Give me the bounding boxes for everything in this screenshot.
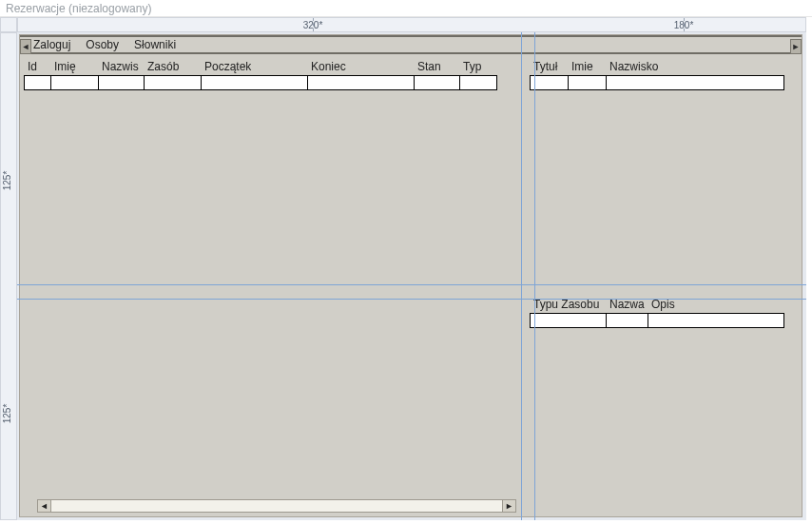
main-panel-hscrollbar[interactable]: ◄ ►	[37, 499, 516, 513]
scroll-track[interactable]	[51, 500, 502, 512]
col-imie2[interactable]: Imie	[568, 60, 606, 73]
right-bottom-table-row[interactable]	[530, 313, 784, 328]
col-stan[interactable]: Stan	[414, 60, 459, 73]
ruler-h-tick-1: 180*	[674, 18, 694, 32]
menu-item-osoby[interactable]: Osoby	[86, 38, 119, 51]
ruler-v-tick-0: 125*	[2, 171, 12, 191]
col-poczatek[interactable]: Początek	[201, 60, 307, 73]
col-nazwisko[interactable]: Nazwisko	[606, 60, 781, 73]
ruler-h-tick-0: 320*	[303, 18, 323, 32]
col-id[interactable]: Id	[24, 60, 50, 73]
main-panel: Id Imię Nazwis Zasób Początek Koniec Sta…	[24, 58, 518, 514]
ruler-corner	[0, 17, 17, 32]
scroll-left-icon[interactable]: ◄	[38, 500, 51, 512]
menubar: ◄ Zaloguj Osoby Słowniki ►	[20, 35, 802, 54]
form-window: ◄ Zaloguj Osoby Słowniki ► Id Imię Nazwi…	[19, 34, 802, 517]
col-zasob[interactable]: Zasób	[144, 60, 201, 73]
right-bottom-panel: Typu Zasobu Nazwa Opis	[530, 296, 798, 514]
ruler-horizontal[interactable]: 320* 180*	[17, 17, 806, 32]
right-bottom-table-header: Typu Zasobu Nazwa Opis	[530, 296, 798, 313]
menubar-scroll-right[interactable]: ►	[790, 39, 802, 54]
app-root: Rezerwacje (niezalogowany) 320* 180* 125…	[0, 0, 812, 524]
menu-item-zaloguj[interactable]: Zaloguj	[33, 38, 70, 51]
main-table-header: Id Imię Nazwis Zasób Początek Koniec Sta…	[24, 58, 518, 75]
col-koniec[interactable]: Koniec	[307, 60, 414, 73]
ruler-vertical[interactable]: 125* 125*	[0, 32, 17, 520]
menubar-scroll-left[interactable]: ◄	[20, 39, 31, 54]
scroll-right-icon[interactable]: ►	[502, 500, 515, 512]
col-nazwa[interactable]: Nazwa	[606, 298, 648, 311]
menu-item-slowniki[interactable]: Słowniki	[134, 38, 176, 51]
col-tytul[interactable]: Tytuł	[530, 60, 568, 73]
col-typ[interactable]: Typ	[459, 60, 493, 73]
col-imie[interactable]: Imię	[50, 60, 98, 73]
col-typu-zasobu[interactable]: Typu Zasobu	[530, 298, 606, 311]
right-top-table-row[interactable]	[530, 75, 784, 90]
main-table-row[interactable]	[24, 75, 497, 90]
ruler-v-tick-1: 125*	[2, 404, 12, 424]
right-top-panel: Tytuł Imie Nazwisko	[530, 58, 798, 282]
right-top-table-header: Tytuł Imie Nazwisko	[530, 58, 798, 75]
col-opis[interactable]: Opis	[648, 298, 781, 311]
window-title: Rezerwacje (niezalogowany)	[0, 0, 812, 17]
design-surface[interactable]: ◄ Zaloguj Osoby Słowniki ► Id Imię Nazwi…	[17, 32, 806, 520]
col-nazwis[interactable]: Nazwis	[98, 60, 144, 73]
